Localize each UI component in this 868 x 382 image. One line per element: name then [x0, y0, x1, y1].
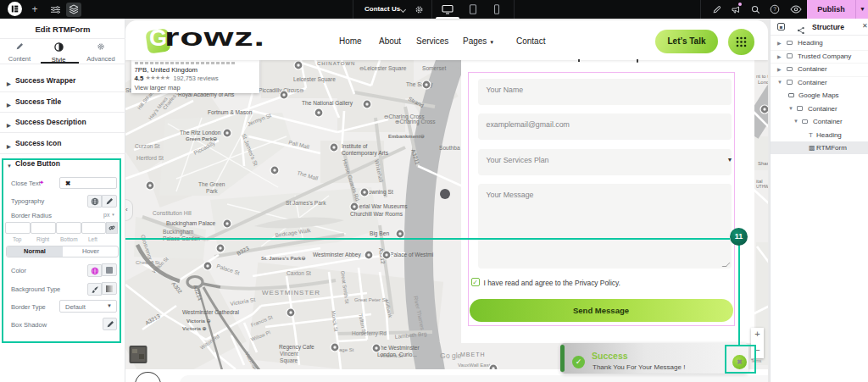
svg-text:The Westminster: The Westminster: [377, 345, 420, 351]
svg-text:nt to t: nt to t: [756, 74, 768, 79]
svg-text:Big Ben: Big Ben: [370, 230, 389, 237]
svg-text:Great Peter St: Great Peter St: [354, 297, 387, 302]
svg-text:MBETH: MBETH: [460, 352, 486, 357]
svg-text:Londo: Londo: [758, 80, 768, 85]
svg-text:Palace of Westmi: Palace of Westmi: [390, 252, 434, 257]
svg-text:Somerset: Somerset: [422, 65, 446, 71]
svg-text:Caxton St: Caxton St: [287, 270, 311, 276]
svg-text:Leicester Square: Leicester Square: [293, 76, 336, 83]
svg-text:The Ritz London: The Ritz London: [180, 130, 221, 136]
svg-text:St James's Park: St James's Park: [286, 200, 326, 206]
svg-text:VauxWall East: VauxWall East: [458, 363, 491, 368]
svg-text:Westminster Cathedral: Westminster Cathedral: [182, 309, 239, 315]
svg-text:Institute of: Institute of: [342, 143, 368, 149]
svg-text:Vincent: Vincent: [280, 351, 298, 357]
svg-text:St. James's Park⊖: St. James's Park⊖: [261, 256, 306, 261]
svg-text:UTHW: UTHW: [756, 184, 768, 189]
svg-text:⊖Leicester Square: ⊖Leicester Square: [359, 65, 407, 72]
svg-text:⊕Charing Cross: ⊕Charing Cross: [395, 119, 436, 125]
svg-text:Regency Cafe: Regency Cafe: [279, 344, 314, 351]
svg-text:CHINATOWN: CHINATOWN: [317, 61, 355, 66]
svg-text:Victoria ⊕: Victoria ⊕: [182, 326, 207, 331]
svg-text:The Green: The Green: [198, 181, 225, 187]
svg-text:Buckingham Palace: Buckingham Palace: [166, 220, 216, 227]
svg-text:St: St: [125, 87, 131, 93]
svg-text:Horseferry Rd: Horseferry Rd: [352, 330, 387, 337]
svg-text:Victoria ⊖: Victoria ⊖: [186, 318, 211, 324]
svg-text:Westminster Abbey: Westminster Abbey: [313, 252, 361, 258]
svg-text:Embankment⊖: Embankment⊖: [388, 134, 425, 139]
svg-text:Buckingham: Buckingham: [163, 229, 194, 235]
svg-text:Churchill War Rooms: Churchill War Rooms: [350, 211, 403, 217]
svg-text:Constitution Hill: Constitution Hill: [153, 210, 192, 216]
svg-text:Curzon St: Curzon St: [135, 143, 159, 149]
svg-text:Shard: Shard: [758, 161, 768, 166]
svg-text:Park: Park: [206, 188, 218, 194]
svg-text:Square: Square: [280, 357, 298, 364]
svg-text:Contemporary Arts: Contemporary Arts: [342, 150, 389, 157]
svg-text:London, Curio...: London, Curio...: [377, 352, 417, 357]
svg-text:Go: Go: [440, 352, 450, 360]
svg-text:WESTMINSTER: WESTMINSTER: [262, 289, 320, 296]
svg-text:Hertford St: Hertford St: [136, 155, 164, 161]
svg-text:Fortnum & Mason: Fortnum & Mason: [208, 109, 253, 115]
svg-text:Southba: Southba: [439, 145, 460, 151]
svg-text:The National Gallery: The National Gallery: [302, 100, 353, 107]
